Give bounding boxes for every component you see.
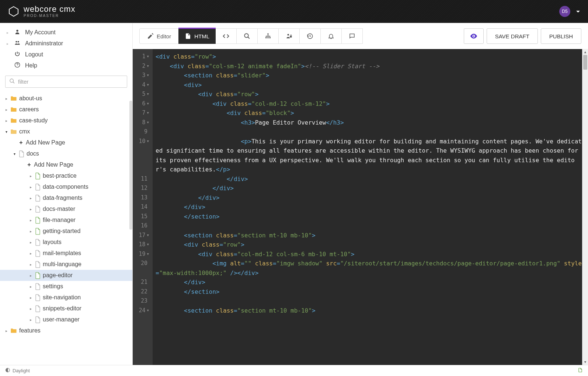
code-line[interactable]: <div class="block"> [156,108,584,118]
tree-folder[interactable]: ▸careers [0,104,132,115]
code-line[interactable]: <div> [156,80,584,90]
tree-folder[interactable]: ▸case-study [0,115,132,126]
tree-folder[interactable]: ▾cmx [0,126,132,137]
code-line[interactable]: <section class="section mt-10 mb-10"> [156,306,584,316]
code-line[interactable]: <section class="slider"> [156,71,584,80]
chevron-icon: ▸ [29,218,32,222]
code-scrollbar[interactable]: ▲ ▼ [582,49,588,365]
add-page-button[interactable]: +Add New Page [0,137,132,148]
account-menu-item[interactable]: Help [0,60,132,71]
code-line[interactable]: <div class="col-md-12 col-sm-12"> [156,99,584,109]
code-line[interactable]: <section class="section mt-10 mb-10"> [156,231,584,240]
file-icon [35,250,41,257]
tree-file[interactable]: ▸settings [0,281,132,292]
code-line[interactable]: </div> [156,202,584,212]
code-editor[interactable]: 1▼2▼3▼4▼5▼6▼7▼8▼910▼11121314151617▼18▼19… [133,49,588,365]
code-line[interactable]: <h3>Page Editor Overview</h3> [156,118,584,128]
fold-icon[interactable]: ▼ [147,108,149,118]
fold-icon[interactable]: ▼ [147,52,149,62]
account-menu-item[interactable]: ▸My Account [0,27,132,38]
save-draft-button[interactable]: SAVE DRAFT [487,28,538,44]
code-line[interactable]: <div class="col-md-12 col-sm-6 mb-10 mt-… [156,250,584,259]
tab-editor-label: Editor [157,33,171,39]
code-line[interactable]: <div class="row"> [156,52,584,62]
fold-icon[interactable]: ▼ [147,240,149,250]
tree-file[interactable]: ▸getting-started [0,226,132,237]
user-avatar[interactable]: D5 [559,6,570,17]
account-menu-item[interactable]: ▸Admininstrator [0,38,132,49]
chevron-icon: ▸ [29,307,32,311]
tree-file[interactable]: ▸layouts [0,237,132,248]
tree-file[interactable]: ▸data-components [0,181,132,192]
svg-rect-12 [269,37,271,38]
tab-editor[interactable]: Editor [139,28,179,44]
app-header: webcore cmx PROD-MASTER D5 [0,0,588,23]
code-line[interactable]: </div> [156,184,584,193]
code-line[interactable]: <img alt="" class="imgw shadow" src="/si… [156,259,584,278]
tree-file[interactable]: ▸docs-master [0,203,132,215]
tree-file[interactable]: ▸snippets-editor [0,303,132,314]
tab-history[interactable] [299,28,321,44]
tree-file[interactable]: ▸user-manager [0,314,132,325]
fold-icon[interactable]: ▼ [147,90,149,99]
theme-icon[interactable] [5,368,10,374]
account-menu-item[interactable]: Logout [0,49,132,60]
tree-file[interactable]: ▸site-navigation [0,292,132,303]
code-line[interactable]: </div> [156,174,584,184]
code-line[interactable]: </section> [156,212,584,222]
tab-permissions[interactable] [278,28,300,44]
scrollbar-thumb[interactable] [583,55,587,70]
tree-file[interactable]: ▸multi-language [0,259,132,270]
user-icon [14,29,21,36]
tab-notifications[interactable] [320,28,342,44]
code-line[interactable]: </div> [156,278,584,287]
scroll-up-arrow-icon[interactable]: ▲ [582,49,588,55]
filter-input[interactable] [18,79,123,85]
code-line[interactable]: <p>This is your primary working editor f… [156,137,584,174]
tree-folder[interactable]: ▸about-us [0,93,132,104]
sidebar-scrollbar[interactable] [129,101,132,230]
folder-icon [10,118,17,123]
filter-box[interactable] [5,76,127,88]
code-line[interactable] [156,221,584,231]
tree-file[interactable]: ▸mail-templates [0,248,132,259]
fold-icon[interactable]: ▼ [147,118,149,128]
code-line[interactable]: </section> [156,287,584,297]
code-line[interactable]: </div> [156,193,584,203]
tab-sitemap[interactable] [257,28,279,44]
code-line[interactable] [156,127,584,137]
fold-icon[interactable]: ▼ [147,62,149,71]
user-menu-caret-icon[interactable] [576,11,580,13]
tree-file[interactable]: ▸file-manager [0,215,132,226]
code-line[interactable]: <div class="col-sm-12 animate fadeIn"><!… [156,62,584,71]
publish-button[interactable]: PUBLISH [541,28,581,44]
tab-html[interactable]: HTML [178,28,216,44]
tree-file[interactable]: ▸data-fragments [0,192,132,203]
fold-icon[interactable]: ▼ [147,250,149,259]
tree-label: data-components [43,184,88,190]
code-line[interactable]: <div class="row"> [156,240,584,250]
tree-folder[interactable]: ▸features [0,325,132,336]
tab-code[interactable] [215,28,237,44]
tab-comments[interactable] [341,28,363,44]
tree-file[interactable]: ▾docs [0,148,132,159]
svg-marker-0 [9,7,18,16]
fold-icon[interactable]: ▼ [147,137,149,146]
code-line[interactable] [156,296,584,306]
fold-icon[interactable]: ▼ [147,80,149,90]
chevron-icon: ▸ [4,329,8,333]
preview-button[interactable] [464,28,484,44]
fold-icon[interactable]: ▼ [147,99,149,109]
code-content[interactable]: <div class="row"> <div class="col-sm-12 … [153,49,588,365]
fold-icon[interactable]: ▼ [147,306,149,316]
add-page-button[interactable]: +Add New Page [0,159,132,170]
code-line[interactable]: <div class="row"> [156,90,584,99]
tree-file[interactable]: ▸page-editor [0,270,132,281]
svg-point-3 [18,41,19,42]
scroll-down-arrow-icon[interactable]: ▼ [582,359,588,365]
fold-icon[interactable]: ▼ [147,231,149,240]
chevron-icon: ▸ [29,251,32,255]
tab-search[interactable] [236,28,258,44]
fold-icon[interactable]: ▼ [147,71,149,80]
tree-file[interactable]: ▸best-practice [0,170,132,181]
